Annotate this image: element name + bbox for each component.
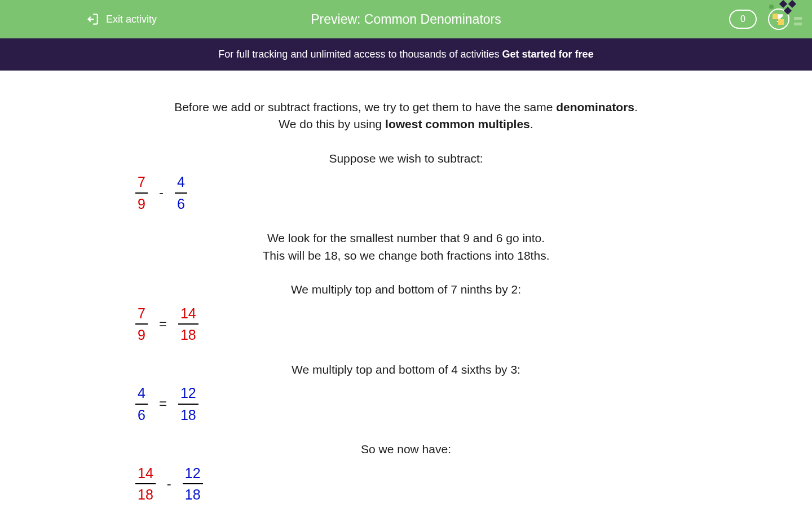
activity-header: Exit activity Preview: Common Denominato… <box>0 0 812 38</box>
exit-icon <box>85 12 99 27</box>
fraction-4-6: 4 6 <box>175 173 187 213</box>
exit-activity-label: Exit activity <box>106 14 157 25</box>
activity-title: Preview: Common Denominators <box>311 12 501 27</box>
promo-banner-text: For full tracking and unlimited access t… <box>218 49 502 60</box>
subtract-heading: Suppose we wish to subtract: <box>135 150 677 167</box>
fraction-row-3: 4 6 = 12 18 <box>135 384 677 424</box>
svg-rect-7 <box>794 23 802 25</box>
fraction-4-6b: 4 6 <box>135 384 148 424</box>
minus-op-2: - <box>166 474 173 494</box>
explain-line-2: This will be 18, so we change both fract… <box>135 247 677 264</box>
svg-rect-2 <box>788 0 796 8</box>
equals-op: = <box>158 314 168 334</box>
trophy-badge[interactable] <box>768 8 789 30</box>
exit-activity-button[interactable]: Exit activity <box>85 12 157 27</box>
fraction-7-9b: 7 9 <box>135 304 148 344</box>
promo-banner: For full tracking and unlimited access t… <box>0 38 812 71</box>
intro-line-1: Before we add or subtract fractions, we … <box>135 99 677 116</box>
multiply-line-1: We multiply top and bottom of 7 ninths b… <box>135 281 677 298</box>
so-now-line: So we now have: <box>135 441 677 458</box>
lesson-content: Before we add or subtract fractions, we … <box>0 71 812 504</box>
fraction-7-9: 7 9 <box>135 173 148 213</box>
fraction-14-18: 14 18 <box>178 304 198 344</box>
multiply-line-2: We multiply top and bottom of 4 sixths b… <box>135 361 677 378</box>
get-started-link[interactable]: Get started for free <box>502 49 594 60</box>
trophy-icon <box>773 12 784 26</box>
intro-line-2: We do this by using lowest common multip… <box>135 116 677 133</box>
score-badge[interactable]: 0 <box>729 10 757 29</box>
fraction-row-1: 7 9 - 4 6 <box>135 173 677 213</box>
header-right: 0 <box>729 8 789 30</box>
equals-op-2: = <box>158 394 168 414</box>
fraction-14-18b: 14 18 <box>135 464 156 504</box>
explain-line-1: We look for the smallest number that 9 a… <box>135 230 677 247</box>
svg-rect-6 <box>794 17 802 20</box>
fraction-row-2: 7 9 = 14 18 <box>135 304 677 344</box>
fraction-12-18b: 12 18 <box>183 464 203 504</box>
fraction-row-4: 14 18 - 12 18 <box>135 464 677 504</box>
svg-rect-1 <box>779 0 787 8</box>
minus-op: - <box>158 183 165 203</box>
fraction-12-18: 12 18 <box>178 384 198 424</box>
